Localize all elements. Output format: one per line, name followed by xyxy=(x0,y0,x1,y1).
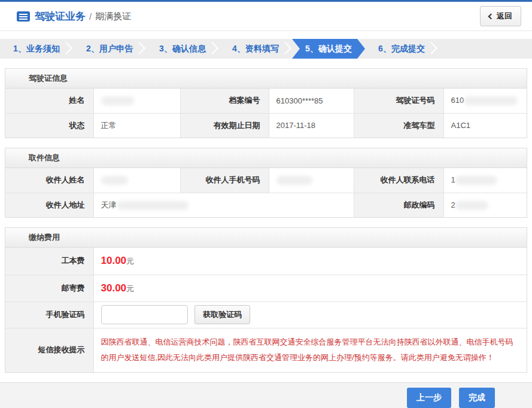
postage-fee-label: 邮寄费 xyxy=(5,275,93,302)
redacted-recipient-phone xyxy=(455,176,497,185)
name-value xyxy=(93,89,180,113)
redacted-recipient-address xyxy=(117,201,189,210)
recipient-address-label: 收件人地址 xyxy=(5,193,93,217)
name-label: 姓名 xyxy=(5,89,93,113)
status-label: 状态 xyxy=(5,113,93,138)
sms-code-label: 手机验证码 xyxy=(5,302,93,328)
license-no-value: 610 xyxy=(443,89,527,113)
step-1-business-notice[interactable]: 1、业务须知 xyxy=(0,39,73,59)
license-info-section: 驾驶证信息 姓名 档案编号 610300****85 驾驶证号码 610 状态 … xyxy=(5,68,527,138)
recipient-name-label: 收件人姓名 xyxy=(5,168,93,193)
table-row: 收件人地址 天津 邮政编码 2 xyxy=(5,193,527,217)
postcode-value: 2 xyxy=(443,193,527,217)
postage-fee-value: 30.00元 xyxy=(93,275,527,302)
table-row: 邮寄费 30.00元 xyxy=(5,275,527,302)
page-header: 驾驶证业务 / 期满换证 返回 xyxy=(0,2,532,31)
table-row: 姓名 档案编号 610300****85 驾驶证号码 610 xyxy=(5,89,527,113)
sms-notice-text: 因陕西省联通、电信运营商技术问题，陕西省互联网交通安全综合服务管理平台无法向持陕… xyxy=(93,328,527,372)
redacted-recipient-name xyxy=(101,176,128,185)
recipient-mobile-value xyxy=(269,168,354,193)
sms-notice-label: 短信接收提示 xyxy=(5,328,93,372)
expiry-date-label: 有效期止日期 xyxy=(180,113,269,138)
postcode-label: 邮政编码 xyxy=(354,193,443,217)
archive-no-label: 档案编号 xyxy=(180,89,269,113)
archive-no-value: 610300****85 xyxy=(269,89,354,113)
recipient-phone-label: 收件人联系电话 xyxy=(354,168,443,193)
redacted-license-no xyxy=(464,96,518,105)
recipient-mobile-label: 收件人手机号码 xyxy=(180,168,269,193)
license-info-title: 驾驶证信息 xyxy=(5,69,527,89)
redacted-recipient-mobile xyxy=(276,176,312,185)
vehicle-class-value: A1C1 xyxy=(443,113,527,138)
step-6-complete-submit[interactable]: 6、完成提交 xyxy=(365,39,438,59)
page-title: 驾驶证业务 xyxy=(35,10,86,23)
get-code-button[interactable]: 获取验证码 xyxy=(194,305,250,324)
status-value: 正常 xyxy=(93,113,180,138)
fees-section: 缴纳费用 工本费 10.00元 邮寄费 30.00元 手机验证码 获取验证码 短… xyxy=(5,227,527,373)
production-fee-value: 10.00元 xyxy=(93,248,527,275)
table-row: 短信接收提示 因陕西省联通、电信运营商技术问题，陕西省互联网交通安全综合服务管理… xyxy=(5,328,527,372)
license-info-table: 姓名 档案编号 610300****85 驾驶证号码 610 状态 正常 有效期… xyxy=(5,89,527,138)
recipient-address-value: 天津 xyxy=(93,193,354,217)
back-button[interactable]: 返回 xyxy=(480,6,521,26)
back-button-label: 返回 xyxy=(497,11,512,22)
step-2-user-declaration[interactable]: 2、用户申告 xyxy=(73,39,146,59)
page-subtitle: 期满换证 xyxy=(95,11,131,22)
sms-code-input[interactable] xyxy=(101,305,188,324)
step-3-confirm-info[interactable]: 3、确认信息 xyxy=(146,39,219,59)
table-row: 工本费 10.00元 xyxy=(5,248,527,275)
pickup-info-section: 取件信息 收件人姓名 收件人手机号码 收件人联系电话 1 收件人地址 天津 邮政… xyxy=(5,148,527,218)
step-4-fill-data[interactable]: 4、资料填写 xyxy=(219,39,292,59)
redacted-name xyxy=(101,96,134,105)
sms-code-cell: 获取验证码 xyxy=(93,302,527,328)
license-no-label: 驾驶证号码 xyxy=(354,89,443,113)
pickup-info-table: 收件人姓名 收件人手机号码 收件人联系电话 1 收件人地址 天津 邮政编码 2 xyxy=(5,168,527,217)
table-row: 收件人姓名 收件人手机号码 收件人联系电话 1 xyxy=(5,168,527,193)
recipient-name-value xyxy=(93,168,180,193)
recipient-phone-value: 1 xyxy=(443,168,527,193)
footer-bar: 上一步 完成 xyxy=(0,382,532,408)
vehicle-class-label: 准驾车型 xyxy=(354,113,443,138)
table-row: 状态 正常 有效期止日期 2017-11-18 准驾车型 A1C1 xyxy=(5,113,527,138)
fees-title: 缴纳费用 xyxy=(5,228,527,248)
expiry-date-value: 2017-11-18 xyxy=(269,113,354,138)
title-separator: / xyxy=(89,11,92,22)
step-wizard: 1、业务须知 2、用户申告 3、确认信息 4、资料填写 5、确认提交 6、完成提… xyxy=(0,39,532,59)
step-5-confirm-submit[interactable]: 5、确认提交 xyxy=(292,39,365,59)
fees-table: 工本费 10.00元 邮寄费 30.00元 手机验证码 获取验证码 短信接收提示… xyxy=(5,248,527,372)
license-form-icon xyxy=(17,11,30,22)
chevron-left-icon xyxy=(488,13,494,19)
table-row: 手机验证码 获取验证码 xyxy=(5,302,527,328)
production-fee-label: 工本费 xyxy=(5,248,93,275)
pickup-info-title: 取件信息 xyxy=(5,148,527,168)
finish-button[interactable]: 完成 xyxy=(459,388,495,408)
previous-step-button[interactable]: 上一步 xyxy=(407,388,451,408)
redacted-postcode xyxy=(455,201,488,210)
